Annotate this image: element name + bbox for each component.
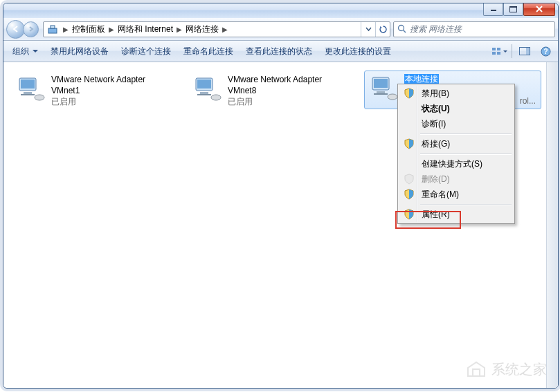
menu-rename[interactable]: 重命名(M) [399, 187, 513, 202]
adapter-name: 本地连接 [404, 74, 439, 84]
watermark: 系统之家 [465, 360, 547, 379]
scrollbar[interactable] [546, 62, 558, 389]
adapter-item[interactable]: VMware Network Adapter VMnet8 已启用 [188, 71, 361, 110]
view-mode-button[interactable] [489, 43, 509, 59]
forward-button[interactable] [23, 21, 39, 37]
svg-rect-2 [509, 6, 517, 8]
svg-rect-28 [374, 93, 388, 95]
breadcrumb-item[interactable]: 网络连接 [183, 24, 221, 35]
adapter-name: VMware Network Adapter [51, 74, 145, 85]
svg-rect-16 [21, 80, 35, 88]
back-button[interactable] [6, 20, 25, 39]
diagnose-button[interactable]: 诊断这个连接 [115, 41, 177, 62]
change-settings-button[interactable]: 更改此连接的设置 [318, 41, 397, 62]
refresh-button[interactable] [375, 22, 390, 37]
menu-diagnose[interactable]: 诊断(I) [399, 116, 513, 131]
content-area: VMware Network Adapter VMnet1 已启用 VMware… [3, 62, 558, 389]
menu-delete: 删除(D) [399, 171, 513, 187]
svg-rect-0 [491, 10, 496, 11]
menu-shortcut[interactable]: 创建快捷方式(S) [399, 156, 513, 171]
svg-rect-3 [48, 28, 57, 33]
svg-rect-18 [21, 94, 35, 95]
svg-text:?: ? [543, 48, 548, 55]
svg-rect-4 [51, 26, 55, 28]
disable-device-button[interactable]: 禁用此网络设备 [44, 41, 115, 62]
shield-icon [404, 88, 415, 99]
adapter-status: 已启用 [228, 96, 322, 107]
preview-pane-button[interactable] [515, 43, 534, 59]
address-bar[interactable]: ▶ 控制面板 ▶ 网络和 Internet ▶ 网络连接 ▶ [43, 21, 390, 37]
search-icon [397, 24, 407, 34]
adapter-name: VMware Network Adapter [228, 74, 322, 85]
svg-line-6 [404, 30, 406, 33]
shield-icon [404, 138, 415, 149]
svg-point-19 [35, 95, 44, 100]
window-controls [483, 3, 555, 16]
svg-rect-12 [526, 48, 530, 55]
separator [420, 133, 512, 134]
svg-rect-26 [374, 79, 388, 88]
network-adapter-icon [190, 74, 224, 104]
context-menu: 禁用(B) 状态(U) 诊断(I) 桥接(G) 创建快捷方式(S) 删除(D) … [397, 84, 515, 224]
view-status-button[interactable]: 查看此连接的状态 [240, 41, 318, 62]
rename-button[interactable]: 重命名此连接 [177, 41, 240, 62]
svg-rect-22 [200, 92, 208, 94]
separator [420, 153, 512, 154]
chevron-right-icon: ▶ [221, 26, 229, 33]
menu-properties[interactable]: 属性(R) [399, 207, 513, 222]
svg-rect-7 [492, 48, 496, 50]
breadcrumb-item[interactable]: 控制面板 [70, 24, 107, 35]
breadcrumb-item[interactable]: 网络和 Internet [116, 24, 175, 35]
svg-point-24 [211, 95, 221, 100]
svg-rect-30 [473, 369, 480, 376]
location-icon [46, 22, 60, 36]
svg-rect-8 [497, 48, 500, 50]
shield-icon [404, 174, 415, 185]
separator [420, 204, 512, 205]
search-box[interactable]: 搜索 网络连接 [393, 21, 555, 37]
shield-icon [404, 189, 415, 200]
close-button[interactable] [523, 3, 555, 16]
network-adapter-icon [14, 74, 47, 104]
adapter-item[interactable]: VMware Network Adapter VMnet1 已启用 [11, 71, 184, 110]
menu-bridge[interactable]: 桥接(G) [399, 136, 513, 151]
svg-rect-21 [197, 80, 211, 88]
svg-rect-23 [197, 94, 211, 95]
maximize-button[interactable] [503, 3, 523, 16]
history-dropdown[interactable] [361, 22, 375, 37]
svg-point-29 [388, 94, 397, 100]
shield-icon [404, 209, 415, 220]
adapter-status: 已启用 [51, 96, 145, 107]
separator [512, 44, 512, 58]
menu-status[interactable]: 状态(U) [399, 101, 513, 116]
adapter-name2: VMnet8 [228, 85, 322, 96]
nav-arrows [6, 20, 39, 39]
svg-rect-27 [377, 91, 385, 93]
chevron-right-icon: ▶ [175, 26, 183, 33]
organize-menu[interactable]: 组织 [6, 41, 44, 62]
minimize-button[interactable] [483, 3, 503, 16]
titlebar [3, 3, 558, 18]
svg-rect-17 [24, 92, 32, 94]
network-adapter-icon [367, 73, 400, 104]
svg-rect-9 [492, 52, 496, 55]
menu-disable[interactable]: 禁用(B) [399, 86, 513, 101]
help-button[interactable]: ? [536, 43, 555, 59]
svg-rect-10 [497, 52, 500, 55]
chevron-right-icon: ▶ [107, 26, 116, 33]
search-placeholder: 搜索 网络连接 [410, 24, 462, 35]
chevron-right-icon: ▶ [62, 26, 70, 33]
explorer-window: ▶ 控制面板 ▶ 网络和 Internet ▶ 网络连接 ▶ 搜索 网络连接 组… [3, 3, 559, 389]
command-toolbar: 组织 禁用此网络设备 诊断这个连接 重命名此连接 查看此连接的状态 更改此连接的… [3, 41, 558, 62]
svg-point-5 [399, 26, 404, 31]
navigation-bar: ▶ 控制面板 ▶ 网络和 Internet ▶ 网络连接 ▶ 搜索 网络连接 [3, 18, 558, 41]
adapter-name2: VMnet1 [51, 85, 145, 96]
